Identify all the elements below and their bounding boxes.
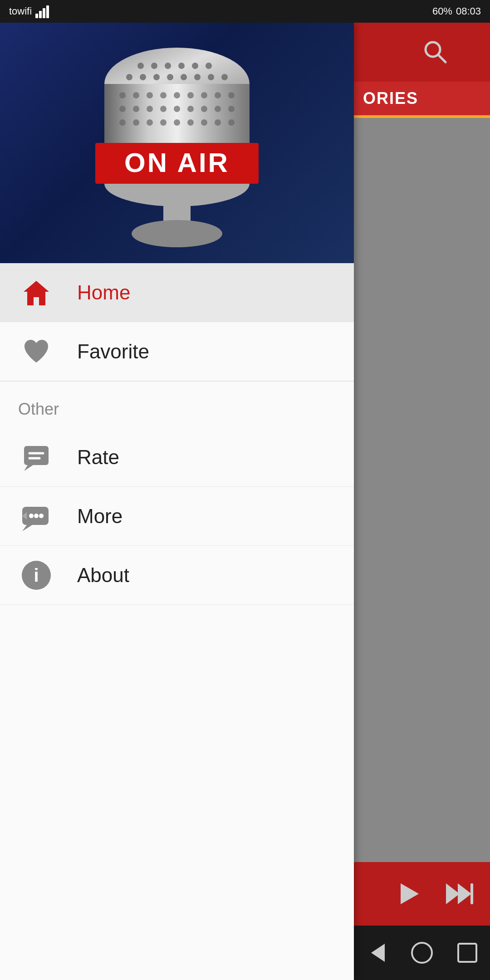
svg-marker-58 <box>22 525 32 531</box>
categories-bar: ORIES <box>354 82 490 118</box>
svg-marker-68 <box>446 883 460 904</box>
svg-point-21 <box>119 92 126 98</box>
svg-point-10 <box>178 63 185 69</box>
svg-point-9 <box>165 63 171 69</box>
svg-point-25 <box>174 92 180 98</box>
svg-rect-3 <box>46 5 49 18</box>
more-icon <box>18 498 54 534</box>
rate-icon <box>18 439 54 475</box>
svg-point-16 <box>167 74 173 80</box>
navigation-drawer: ON AIR Home <box>0 23 354 980</box>
sidebar-item-home[interactable]: Home <box>0 263 354 322</box>
other-section-header: Other <box>0 381 354 428</box>
svg-rect-0 <box>35 14 38 18</box>
svg-point-60 <box>29 514 34 518</box>
recents-button[interactable] <box>449 935 485 971</box>
battery-percent: 60% <box>432 5 452 17</box>
svg-point-30 <box>119 106 126 112</box>
svg-rect-1 <box>39 11 42 18</box>
svg-point-39 <box>119 119 126 126</box>
signal-icon <box>35 5 52 18</box>
home-button[interactable] <box>404 935 440 971</box>
about-label: About <box>77 564 129 587</box>
svg-point-37 <box>215 106 221 112</box>
svg-point-22 <box>133 92 139 98</box>
home-icon <box>18 274 54 311</box>
sidebar-item-rate[interactable]: Rate <box>0 428 354 487</box>
main-content-panel: ORIES <box>354 23 490 980</box>
svg-point-20 <box>221 74 228 80</box>
svg-point-15 <box>153 74 160 80</box>
navigation-bar <box>354 926 490 980</box>
svg-point-36 <box>201 106 207 112</box>
svg-point-42 <box>160 119 167 126</box>
svg-rect-53 <box>24 446 49 465</box>
svg-point-61 <box>34 514 39 518</box>
svg-marker-54 <box>24 465 33 471</box>
svg-point-34 <box>174 106 180 112</box>
svg-point-24 <box>160 92 167 98</box>
svg-point-13 <box>126 74 132 80</box>
svg-marker-67 <box>401 883 419 904</box>
svg-point-32 <box>147 106 153 112</box>
svg-rect-2 <box>43 8 45 18</box>
rate-label: Rate <box>77 446 119 469</box>
svg-point-44 <box>187 119 194 126</box>
status-bar-right: 60% 08:03 <box>432 5 481 17</box>
more-label: More <box>77 505 122 528</box>
svg-point-35 <box>187 106 194 112</box>
status-bar: towifi 60% 08:03 <box>0 0 490 23</box>
mic-container: ON AIR <box>0 23 354 263</box>
svg-point-47 <box>228 119 235 126</box>
fast-forward-button[interactable] <box>440 876 476 912</box>
svg-text:i: i <box>34 565 39 585</box>
svg-point-7 <box>137 63 144 69</box>
svg-point-40 <box>133 119 139 126</box>
svg-point-14 <box>140 74 146 80</box>
main-layout: ON AIR Home <box>0 23 490 980</box>
svg-point-11 <box>192 63 198 69</box>
wifi-label: towifi <box>9 5 32 17</box>
svg-text:ON AIR: ON AIR <box>124 147 230 178</box>
svg-point-27 <box>201 92 207 98</box>
play-button[interactable] <box>390 876 426 912</box>
svg-point-33 <box>160 106 167 112</box>
svg-point-43 <box>174 119 180 126</box>
drawer-menu: Home Favorite Other <box>0 263 354 980</box>
search-icon[interactable] <box>417 34 454 70</box>
svg-point-26 <box>187 92 194 98</box>
svg-point-41 <box>147 119 153 126</box>
svg-point-23 <box>147 92 153 98</box>
svg-point-38 <box>228 106 235 112</box>
svg-point-19 <box>208 74 214 80</box>
svg-marker-69 <box>458 883 471 904</box>
svg-point-18 <box>194 74 201 80</box>
sidebar-item-about[interactable]: i About <box>0 546 354 605</box>
time-display: 08:03 <box>456 5 481 17</box>
status-bar-left: towifi <box>9 5 52 18</box>
svg-marker-52 <box>24 281 49 305</box>
svg-point-28 <box>215 92 221 98</box>
svg-marker-71 <box>371 944 385 962</box>
sidebar-item-favorite[interactable]: Favorite <box>0 322 354 381</box>
svg-point-8 <box>151 63 157 69</box>
home-label: Home <box>77 281 130 304</box>
back-button[interactable] <box>358 935 395 971</box>
svg-point-51 <box>132 220 222 247</box>
svg-point-12 <box>206 63 212 69</box>
categories-label: ORIES <box>363 89 418 108</box>
svg-point-62 <box>39 514 44 518</box>
svg-rect-70 <box>470 883 473 904</box>
svg-line-66 <box>438 55 446 62</box>
svg-point-72 <box>412 943 432 963</box>
svg-rect-73 <box>458 944 476 962</box>
svg-point-17 <box>181 74 187 80</box>
favorite-label: Favorite <box>77 340 149 363</box>
heart-icon <box>18 333 54 370</box>
sidebar-item-more[interactable]: More <box>0 487 354 546</box>
svg-point-29 <box>228 92 235 98</box>
svg-point-45 <box>201 119 207 126</box>
player-bar <box>354 862 490 926</box>
svg-point-46 <box>215 119 221 126</box>
drawer-hero-banner: ON AIR <box>0 23 354 263</box>
